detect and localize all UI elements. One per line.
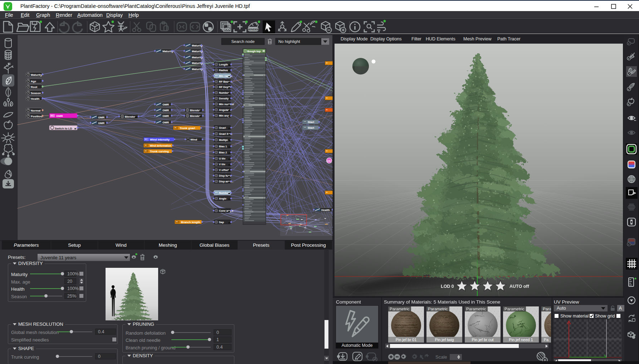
svg-text:Angle: Angle	[219, 197, 226, 200]
svg-text:Multipl...: Multipl...	[219, 138, 230, 142]
svg-text:**: **	[175, 127, 176, 129]
svg-text:***: ***	[215, 75, 218, 77]
svg-text:Wind deformation: Wind deformation	[150, 144, 171, 147]
svg-text:Start: Start	[308, 126, 314, 129]
svg-text:**: **	[145, 144, 147, 147]
svg-text:Blender: Blender	[190, 109, 200, 112]
svg-text:Blender: Blender	[125, 115, 135, 118]
svg-text:GMR: GMR	[162, 114, 169, 118]
svg-text:Blender: Blender	[190, 114, 200, 118]
svg-text:Branch length: Branch length	[181, 221, 200, 224]
svg-text:AUTO off: AUTO off	[509, 284, 529, 289]
svg-text:***: ***	[304, 127, 306, 129]
svg-text:Wind: Wind	[190, 138, 197, 141]
svg-text:***: ***	[304, 121, 306, 123]
svg-text:Length: Length	[219, 63, 228, 66]
svg-text:No highlight: No highlight	[278, 39, 301, 44]
svg-text:**: **	[326, 150, 328, 152]
svg-text:GMR: GMR	[98, 116, 105, 119]
svg-text:**: **	[326, 97, 328, 99]
svg-text:Age: Age	[31, 80, 36, 83]
svg-text:RENDER: RENDER	[247, 28, 259, 31]
svg-text:Sap: Sap	[219, 221, 224, 224]
svg-text:**: **	[326, 192, 328, 194]
svg-text:V offset: V offset	[219, 168, 229, 172]
svg-text:**: **	[145, 138, 147, 141]
svg-text:Bias 1: Bias 1	[219, 145, 227, 148]
svg-text:Start: Start	[308, 120, 314, 124]
svg-text:**: **	[51, 115, 53, 117]
svg-text:Normal: Normal	[31, 109, 41, 112]
svg-text:**: **	[326, 109, 328, 111]
svg-text:LOD 0: LOD 0	[441, 284, 454, 289]
svg-text:**: **	[176, 221, 178, 223]
svg-text:Health: Health	[321, 208, 330, 212]
svg-text:Gnarl: Gnarl	[219, 126, 226, 129]
svg-text:Root: Root	[31, 85, 38, 89]
svg-text:GMR: GMR	[162, 103, 169, 106]
svg-text:V tile: V tile	[219, 163, 225, 166]
svg-text:Season: Season	[31, 92, 41, 95]
svg-text:GMR: GMR	[56, 114, 63, 118]
svg-text:Number: Number	[219, 191, 229, 195]
svg-text:**: **	[326, 62, 328, 64]
svg-text:Scale: Scale	[435, 354, 447, 360]
svg-text:Bough top: Bough top	[247, 50, 261, 53]
svg-text:Wind intensity: Wind intensity	[150, 138, 170, 141]
svg-text:GMR: GMR	[162, 121, 169, 124]
svg-text:Health: Health	[31, 97, 40, 100]
svg-text:Switch to LD: Switch to LD	[55, 127, 72, 130]
svg-text:OS: OS	[327, 160, 331, 162]
svg-text:Trunk gnarl: Trunk gnarl	[180, 127, 195, 130]
svg-text:Density: Density	[219, 97, 229, 100]
svg-text:GMR: GMR	[98, 122, 105, 125]
svg-text:Search node: Search node	[231, 39, 254, 44]
svg-text:Bias 2: Bias 2	[219, 151, 227, 154]
svg-text:Radius: Radius	[219, 69, 228, 72]
svg-text:U tile: U tile	[219, 157, 225, 160]
svg-text:GMR: GMR	[162, 109, 169, 112]
svg-text:Position: Position	[31, 115, 42, 118]
svg-text:***: ***	[215, 192, 218, 194]
svg-text:Maturity: Maturity	[31, 73, 42, 77]
svg-text:**: **	[145, 150, 147, 152]
svg-text:Trunk curving: Trunk curving	[150, 150, 169, 153]
svg-text:Number: Number	[219, 91, 229, 94]
